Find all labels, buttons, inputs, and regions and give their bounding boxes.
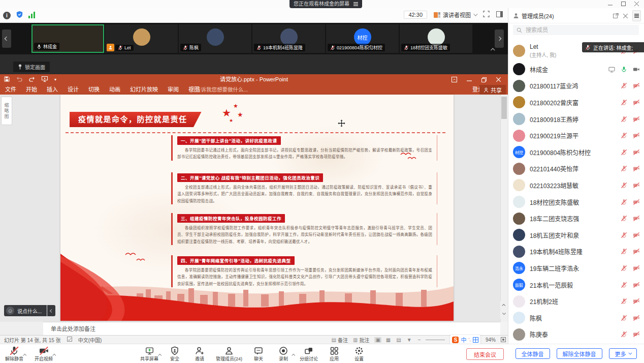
record-button[interactable]: 录制	[274, 346, 293, 362]
mic-status-icon[interactable]	[620, 331, 628, 338]
member-row[interactable]: 林成金	[508, 61, 644, 78]
spellcheck-icon[interactable]	[67, 337, 72, 343]
member-row[interactable]: 021800202曾庆富	[508, 94, 644, 111]
video-options-caret[interactable]	[53, 349, 56, 358]
ribbon-display-options-icon[interactable]	[447, 74, 462, 85]
member-row[interactable]: 21机制2班	[508, 293, 644, 310]
mic-status-icon[interactable]	[620, 315, 628, 321]
member-row[interactable]: 022103223胡慧敏	[508, 177, 644, 194]
unmute-all-button[interactable]: 解除全体静音	[557, 348, 602, 359]
view-switcher[interactable]: ▣▦▤▼	[374, 337, 412, 343]
security-button[interactable]: 安全	[165, 346, 184, 362]
apps-button[interactable]: 应用	[325, 346, 344, 362]
ppt-minimize-button[interactable]	[462, 74, 476, 85]
zoom-out-button[interactable]: −	[418, 337, 421, 343]
ribbon-tab[interactable]: 设计	[68, 85, 79, 95]
notes-toggle-button[interactable]: ▤备注	[331, 336, 347, 344]
member-row[interactable]: 18车二团支饶志强	[508, 210, 644, 227]
mic-status-icon[interactable]	[620, 232, 628, 238]
mute-all-button[interactable]: 全体静音	[516, 348, 550, 359]
camera-status-icon[interactable]	[632, 265, 640, 271]
video-tile[interactable]: 19本机制4班陈昱隆	[252, 24, 325, 53]
member-search-box[interactable]	[513, 25, 639, 35]
video-tile[interactable]: Let	[105, 24, 178, 53]
mic-status-icon[interactable]	[620, 116, 628, 123]
voice-message-overlay[interactable]: ☺说点什么...	[4, 305, 55, 316]
mic-status-icon[interactable]	[620, 165, 628, 172]
next-slide-button[interactable]	[500, 310, 508, 319]
unmute-options-caret[interactable]	[24, 349, 26, 358]
voice-overlay-collapse-icon[interactable]	[47, 305, 55, 316]
thumbnails-collapsed-tab[interactable]: 缩略图	[1, 97, 12, 125]
ime-toolbar[interactable]: S 中 ’,	[450, 335, 480, 344]
window-minimize-button[interactable]	[603, 0, 617, 8]
camera-status-icon[interactable]	[632, 215, 640, 222]
camera-status-icon[interactable]	[632, 66, 640, 73]
mic-status-icon[interactable]	[620, 215, 628, 222]
mic-status-icon[interactable]	[620, 149, 628, 156]
panel-menu-icon[interactable]	[632, 10, 641, 21]
mic-status-icon[interactable]	[620, 298, 628, 305]
more-button[interactable]: 更多	[609, 348, 637, 359]
close-panel-icon[interactable]	[623, 11, 628, 20]
video-tile[interactable]: 陈枫	[179, 24, 251, 53]
camera-status-icon[interactable]	[632, 248, 640, 255]
ribbon-tab[interactable]: 幻灯片放映	[130, 85, 158, 95]
ribbon-tab[interactable]: 动画	[109, 85, 120, 95]
camera-status-icon[interactable]	[632, 282, 640, 288]
notes-pane[interactable]: 单击此处添加备注	[43, 322, 500, 335]
window-maximize-button[interactable]	[617, 0, 630, 8]
mic-status-icon[interactable]	[620, 132, 628, 139]
manage-members-button[interactable]: 管理成员(24)	[215, 346, 243, 362]
watching-screen-banner[interactable]: 您正在观看林成金的屏幕	[289, 0, 362, 8]
video-tile[interactable]: 林成金	[31, 24, 104, 53]
share-options-caret[interactable]	[159, 349, 162, 358]
end-meeting-button[interactable]: 结束会议	[466, 348, 504, 360]
camera-status-icon[interactable]	[632, 199, 640, 205]
mic-status-icon[interactable]	[620, 282, 628, 288]
mic-status-icon[interactable]	[620, 199, 628, 205]
ribbon-tab[interactable]: 插入	[47, 85, 58, 95]
security-shield-icon[interactable]	[16, 11, 23, 20]
member-row[interactable]: 18材控团支陈盛敏	[508, 194, 644, 210]
member-row[interactable]: 021800117蓝业鸿	[508, 78, 644, 95]
camera-status-icon[interactable]	[632, 99, 640, 106]
window-close-button[interactable]	[630, 0, 643, 8]
zoom-percent-label[interactable]: 94%	[486, 337, 496, 343]
camera-status-icon[interactable]	[632, 82, 640, 89]
breakout-rooms-button[interactable]: 分组讨论	[299, 346, 319, 362]
start-video-button[interactable]: 开启视频	[34, 346, 54, 362]
ribbon-tab[interactable]: 切换	[88, 85, 100, 95]
member-row[interactable]: 19本机制4班陈昱隆	[508, 244, 644, 260]
camera-status-icon[interactable]	[632, 116, 640, 123]
chat-button[interactable]: 聊天	[249, 346, 268, 362]
ime-punctuation-icon[interactable]: ’,	[468, 337, 471, 342]
share-screen-button[interactable]: 共享屏幕	[139, 346, 159, 362]
member-row[interactable]: 浩永 19车辆二班李浩永	[508, 260, 644, 277]
member-row[interactable]: 辰毅 21本机一范辰毅	[508, 277, 644, 293]
zoom-slider[interactable]	[426, 340, 445, 340]
language-label[interactable]: 中文(中国)	[78, 336, 102, 344]
share-button[interactable]: 共享	[479, 85, 506, 95]
ime-language-icon[interactable]: 中	[461, 336, 466, 344]
record-options-caret[interactable]	[293, 349, 295, 358]
scrollbar-thumb[interactable]	[501, 97, 507, 119]
mic-status-icon[interactable]	[620, 99, 628, 106]
member-row[interactable]: 材控 021900804陈枳匀材控	[508, 144, 644, 161]
mic-status-icon[interactable]	[620, 66, 628, 73]
comments-toggle-button[interactable]: ▥批注	[353, 336, 369, 344]
popout-panel-icon[interactable]	[613, 11, 619, 20]
ppt-restore-button[interactable]	[476, 74, 491, 85]
tell-me-box[interactable]: 告诉我您想要做什么...	[189, 85, 248, 95]
strip-scroll-right-button[interactable]	[495, 29, 504, 48]
mic-status-icon[interactable]	[620, 182, 628, 189]
mic-status-icon[interactable]	[620, 265, 628, 271]
member-row[interactable]: 021900219兰源平	[508, 127, 644, 144]
ppt-close-button[interactable]	[491, 74, 506, 85]
mic-status-icon[interactable]	[620, 248, 628, 255]
member-search-input[interactable]	[525, 26, 626, 34]
info-icon[interactable]: i	[3, 12, 11, 19]
side-panel-toggle-icon[interactable]	[496, 10, 503, 19]
view-mode-selector[interactable]: 演讲者视图	[434, 11, 476, 19]
mic-status-icon[interactable]	[620, 82, 628, 89]
